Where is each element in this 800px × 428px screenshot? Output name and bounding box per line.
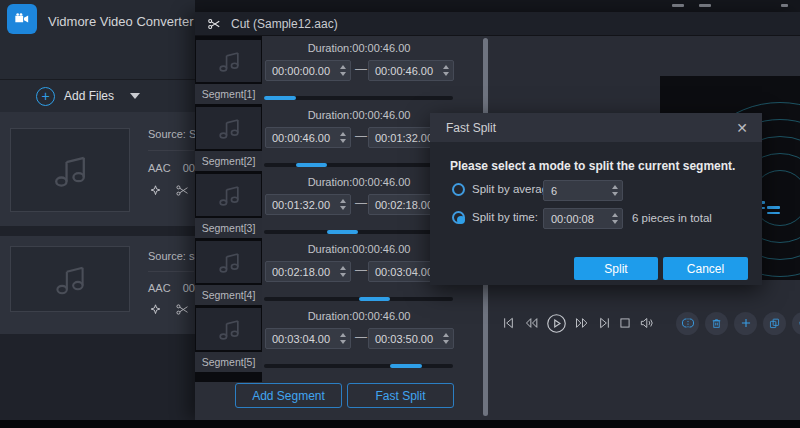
add-files-caret-icon[interactable] [130, 93, 140, 99]
minimize-icon[interactable] [672, 4, 684, 7]
segment-start-input[interactable]: 00:00:00.00 [265, 60, 351, 81]
cut-icon[interactable] [175, 302, 190, 317]
pieces-total-label: 6 pieces in total [632, 212, 712, 224]
segment-label[interactable]: Segment[1] [195, 84, 262, 104]
screen: Vidmore Video Converter + Add Files Sour… [0, 0, 800, 428]
radio-button[interactable] [452, 211, 465, 224]
scissors-icon [207, 17, 221, 31]
playback-controls [501, 308, 800, 338]
segment-duration: Duration:00:00:46.00 [264, 42, 454, 54]
fast-split-message: Please select a mode to split the curren… [450, 159, 735, 173]
segment-thumbnail[interactable] [196, 174, 261, 216]
split-by-average-option: Split by average: 6 [430, 180, 762, 201]
equalizer-icon [767, 206, 780, 217]
range-separator: — [353, 196, 369, 210]
average-count-input[interactable]: 6 [543, 180, 623, 201]
skip-start-icon[interactable] [501, 315, 517, 331]
time-spinner[interactable] [340, 199, 346, 210]
copy-segment-button[interactable] [763, 312, 786, 335]
delete-segment-button[interactable] [705, 312, 728, 335]
edit-effect-icon[interactable] [148, 183, 163, 198]
segment-slider-fill [264, 96, 296, 100]
reset-button[interactable] [792, 312, 800, 335]
app-header: Vidmore Video Converter [0, 0, 195, 79]
stop-icon[interactable] [618, 316, 632, 330]
add-files-plus-icon[interactable]: + [36, 87, 55, 106]
play-icon[interactable] [546, 313, 567, 334]
audio-thumbnail [10, 246, 130, 312]
segment-slider-fill [390, 364, 422, 368]
maximize-icon[interactable] [699, 4, 711, 7]
segment-duration: Duration:00:00:46.00 [264, 176, 454, 188]
file-source: Source: sa [148, 250, 195, 262]
segment-start-input[interactable]: 00:02:18.00 [265, 261, 351, 282]
fast-split-title: Fast Split [446, 121, 496, 135]
add-files-row[interactable]: + Add Files [0, 79, 195, 112]
audio-thumbnail [10, 128, 130, 212]
segment-start-input[interactable]: 00:03:04.00 [265, 328, 351, 349]
segment-slider[interactable] [264, 96, 453, 100]
segment-end-input[interactable]: 00:00:46.00 [368, 60, 454, 81]
split-by-time-label[interactable]: Split by time: [472, 211, 538, 223]
close-icon[interactable]: ✕ [732, 118, 752, 138]
file-format-line: AAC00:0 [148, 282, 195, 294]
count-spinner[interactable] [612, 185, 618, 196]
segment-start-input[interactable]: 00:00:46.00 [265, 127, 351, 148]
segment-end-input[interactable]: 00:03:50.00 [368, 328, 454, 349]
segment-slider-fill [359, 297, 391, 301]
fast-split-dialog: Fast Split ✕ Please select a mode to spl… [430, 113, 762, 285]
segment-slider[interactable] [264, 230, 453, 234]
cancel-button[interactable]: Cancel [663, 257, 748, 280]
split-segment-button[interactable] [676, 312, 699, 335]
segment-start-input[interactable]: 00:01:32.00 [265, 194, 351, 215]
segment-slider-fill [296, 163, 328, 167]
segment-slider-fill [327, 230, 359, 234]
time-spinner[interactable] [340, 333, 346, 344]
app-logo-icon [7, 4, 37, 34]
file-item[interactable]: Source: sa AAC00:0 [0, 236, 195, 334]
segment-thumbnail[interactable] [196, 308, 261, 350]
range-separator: — [353, 330, 369, 344]
edit-effect-icon[interactable] [148, 302, 163, 317]
segment-slider[interactable] [264, 297, 453, 301]
range-separator: — [353, 62, 369, 76]
app-title: Vidmore Video Converter [48, 14, 194, 29]
time-spinner[interactable] [612, 213, 618, 224]
time-spinner[interactable] [340, 132, 346, 143]
segment-slider[interactable] [264, 163, 453, 167]
time-spinner[interactable] [340, 65, 346, 76]
time-spinner[interactable] [443, 65, 449, 76]
segment-thumbnail[interactable] [196, 107, 261, 149]
add-segment-icon-button[interactable] [734, 312, 757, 335]
rewind-icon[interactable] [523, 315, 540, 331]
fast-split-titlebar: Fast Split ✕ [430, 113, 762, 142]
file-item[interactable]: Source: Sa AAC00:0 [0, 112, 195, 226]
segment-row: Segment[1] Duration:00:00:46.00 00:00:00… [195, 40, 488, 107]
segment-duration: Duration:00:00:46.00 [264, 310, 454, 322]
segment-duration: Duration:00:00:46.00 [264, 243, 454, 255]
segment-label[interactable]: Segment[2] [195, 151, 262, 171]
segment-label[interactable]: Segment[5] [195, 352, 262, 372]
split-button[interactable]: Split [574, 257, 658, 280]
segment-label[interactable]: Segment[4] [195, 285, 262, 305]
cut-icon[interactable] [175, 183, 190, 198]
add-segment-button[interactable]: Add Segment [235, 383, 342, 408]
close-icon[interactable] [781, 4, 788, 7]
fast-forward-icon[interactable] [573, 315, 590, 331]
add-files-label[interactable]: Add Files [64, 89, 114, 103]
time-value-input[interactable]: 00:00:08 [543, 208, 623, 229]
segment-label[interactable]: Segment[3] [195, 218, 262, 238]
window-bottom-edge [0, 420, 800, 428]
time-spinner[interactable] [340, 266, 346, 277]
segment-thumbnail[interactable] [196, 241, 261, 283]
range-separator: — [353, 263, 369, 277]
segment-thumbnail[interactable] [196, 40, 261, 82]
volume-icon[interactable] [638, 315, 656, 331]
background-window-titlebar [195, 0, 800, 12]
fast-split-button[interactable]: Fast Split [347, 383, 454, 408]
cut-dialog-title: Cut (Sample12.aac) [231, 17, 338, 31]
radio-button[interactable] [452, 183, 465, 196]
time-spinner[interactable] [443, 333, 449, 344]
segment-slider[interactable] [264, 364, 453, 368]
skip-end-icon[interactable] [596, 315, 612, 331]
